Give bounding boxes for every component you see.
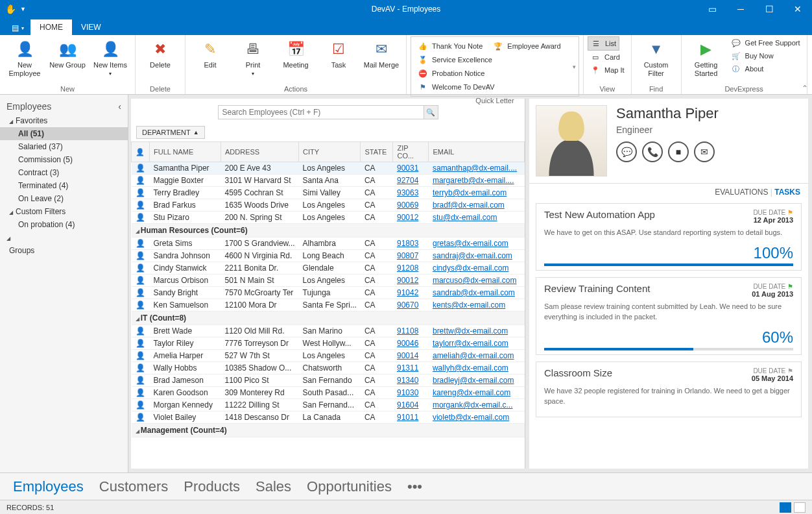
maximize-button[interactable]: ☐ [755,0,783,18]
ql-award[interactable]: 🏆Employee Award [490,40,563,53]
table-row[interactable]: 👤Brad Jameson1100 Pico StSan FernandoCA9… [132,374,525,387]
restore-down-small-icon[interactable]: ▭ [698,0,726,18]
table-row[interactable]: 👤Terry Bradley4595 Cochran StSimi Valley… [132,187,525,199]
getting-started-button[interactable]: ▶Getting Started [686,36,727,78]
zip-link[interactable]: 91311 [397,363,418,373]
table-row[interactable]: 👤Violet Bailey1418 Descanso DrLa CanadaC… [132,411,525,424]
zip-link[interactable]: 91340 [397,376,418,385]
group-header[interactable]: Management (Count=4) [132,424,525,437]
custom-filter-button[interactable]: ▼Custom Filter [636,36,677,78]
about-button[interactable]: ⓘAbout [728,62,803,75]
get-support-button[interactable]: 💬Get Free Support [728,36,803,49]
groupby-chip[interactable]: DEPARTMENT▲ [136,126,205,139]
print-button[interactable]: 🖶Print▾ [232,36,274,77]
collapse-sidebar-icon[interactable]: ‹ [118,101,121,112]
tree-custom-filters[interactable]: Custom Filters [0,205,128,218]
meeting-button[interactable]: 📅Meeting [275,36,316,69]
nav-customers[interactable]: Customers [99,478,168,495]
email-link[interactable]: violetb@dx-email.com [433,413,509,422]
table-row[interactable]: 👤Sandy Bright7570 McGroarty TerTujungaCA… [132,287,525,299]
table-row[interactable]: 👤Amelia Harper527 W 7th StLos AngelesCA9… [132,350,525,362]
new-employee-button[interactable]: 👤New Employee [4,36,45,78]
delete-button[interactable]: ✖Delete [139,36,181,69]
ql-welcome[interactable]: ⚑Welcome To DevAV [415,80,497,93]
zip-link[interactable]: 90807 [397,251,418,260]
task-card[interactable]: Classroom SizeDUE DATE ⚑05 May 2014We ha… [536,361,802,417]
zip-link[interactable]: 90014 [397,351,418,360]
collapse-ribbon-button[interactable]: ⌃ [802,84,808,93]
table-row[interactable]: 👤Taylor Riley7776 Torreyson DrWest Holly… [132,337,525,350]
view-list-button[interactable]: ☰List [588,36,619,51]
table-row[interactable]: 👤Cindy Stanwick2211 Bonita Dr.GlendaleCA… [132,262,525,275]
task-card[interactable]: Test New Automation AppDUE DATE ⚑12 Apr … [536,203,802,271]
group-header[interactable]: Human Resources (Count=6) [132,224,525,238]
email-link[interactable]: ameliah@dx-email.com [433,351,514,360]
email-link[interactable]: bradf@dx-email.com [433,201,505,210]
zip-link[interactable]: 90031 [397,164,418,173]
zip-link[interactable]: 90012 [397,213,418,222]
zip-link[interactable]: 91604 [397,400,418,410]
new-items-button[interactable]: 👤New Items▾ [90,36,131,77]
zip-link[interactable]: 92704 [397,176,418,185]
tree-groups[interactable] [0,231,128,244]
video-button[interactable]: ■ [668,141,689,162]
task-card[interactable]: Review Training ContentDUE DATE ⚑01 Aug … [536,277,802,355]
nav-sales[interactable]: Sales [256,478,291,495]
ql-probation[interactable]: ⛔Probation Notice [415,67,487,80]
email-button[interactable]: ✉ [694,141,715,162]
tree-favorites[interactable]: Favorites [0,114,128,127]
zip-link[interactable]: 91042 [397,288,418,297]
view-map-button[interactable]: 📍Map It [588,64,627,77]
tab-home[interactable]: HOME [30,19,72,35]
quick-access-dropdown[interactable]: ▼ [20,6,26,12]
nav-employees[interactable]: Employees [13,478,84,495]
col-icon[interactable]: 👤 [132,142,150,162]
zip-link[interactable]: 91208 [397,263,418,273]
sidebar-item[interactable]: Contract (3) [0,166,128,179]
table-row[interactable]: 👤Ken Samuelson12100 Mora DrSanta Fe Spri… [132,299,525,312]
table-row[interactable]: 👤Brad Farkus1635 Woods DriveLos AngelesC… [132,199,525,212]
table-row[interactable]: 👤Samantha Piper200 E Ave 43Los AngelesCA… [132,162,525,175]
email-link[interactable]: terryb@dx-email.com [433,188,507,197]
col-addr[interactable]: ADDRESS [221,142,299,162]
zip-link[interactable]: 93063 [397,188,418,197]
ql-thank[interactable]: 👍Thank You Note [415,40,485,53]
table-row[interactable]: 👤Stu Pizaro200 N. Spring StLos AngelesCA… [132,212,525,224]
file-menu-button[interactable]: ▤▾ [5,21,30,35]
zip-link[interactable]: 91030 [397,388,418,397]
view-card-button[interactable]: ▭Card [588,51,623,64]
zip-link[interactable]: 90670 [397,300,418,310]
table-row[interactable]: 👤Brett Wade1120 Old Mill Rd.San MarinoCA… [132,325,525,337]
nav-products[interactable]: Products [184,478,240,495]
edit-button[interactable]: ✎Edit [189,36,231,69]
email-link[interactable]: marcuso@dx-email.com [433,276,517,285]
task-button[interactable]: ☑Task [318,36,359,69]
email-link[interactable]: morgank@dx-email.c... [433,400,513,410]
tree-groups-label[interactable]: Groups [0,244,128,257]
status-view-2[interactable] [794,502,806,513]
minimize-button[interactable]: ─ [726,0,755,18]
nav-opportunities[interactable]: Opportunities [307,478,392,495]
col-name[interactable]: FULL NAME [150,142,221,162]
zip-link[interactable]: 90069 [397,201,418,210]
sidebar-item[interactable]: Commission (5) [0,153,128,166]
chat-button[interactable]: 💬 [616,141,637,162]
new-group-button[interactable]: 👥New Group [47,36,88,69]
table-row[interactable]: 👤Karen Goodson309 Monterey RdSouth Pasad… [132,387,525,399]
table-row[interactable]: 👤Sandra Johnson4600 N Virginia Rd.Long B… [132,250,525,262]
status-view-1[interactable] [780,502,791,513]
email-link[interactable]: gretas@dx-email.com [433,239,508,248]
email-link[interactable]: brettw@dx-email.com [433,326,508,336]
search-input[interactable] [219,106,424,119]
table-row[interactable]: 👤Greta Sims1700 S Grandview...AlhambraCA… [132,238,525,250]
quickletter-gallery[interactable]: 👍Thank You Note 🏆Employee Award 🏅Service… [411,36,579,97]
col-email[interactable]: EMAIL [429,142,525,162]
tab-view[interactable]: VIEW [72,19,110,35]
buy-now-button[interactable]: 🛒Buy Now [728,49,803,62]
zip-link[interactable]: 91108 [397,326,418,336]
email-link[interactable]: sandraj@dx-email.com [433,251,512,260]
email-link[interactable]: cindys@dx-email.com [433,263,509,273]
tab-tasks[interactable]: TASKS [774,188,800,197]
call-button[interactable]: 📞 [642,141,663,162]
email-link[interactable]: stu@dx-email.com [433,213,497,222]
